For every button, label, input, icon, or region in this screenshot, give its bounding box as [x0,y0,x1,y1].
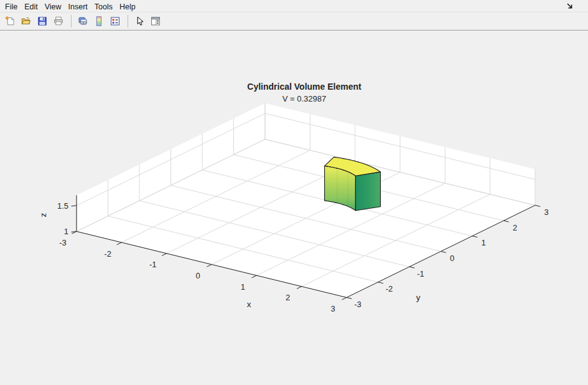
svg-text:1: 1 [241,282,245,292]
menu-item-view[interactable]: View [42,2,65,12]
colorbar-icon [93,16,105,27]
svg-text:3: 3 [544,207,548,217]
svg-text:-2: -2 [386,284,393,293]
print-figure-icon [53,16,64,27]
print-figure-button[interactable] [51,14,66,29]
svg-text:2: 2 [513,223,517,232]
svg-text:-3: -3 [59,238,67,247]
menu-item-insert[interactable]: Insert [65,2,91,12]
new-figure-icon [4,16,16,27]
tick-labels: -3-2-10123-3-2-1012311.5 [57,201,549,314]
svg-text:-3: -3 [354,300,362,309]
menu-item-help[interactable]: Help [116,2,139,12]
menu-bar: FileEditViewInsertToolsHelp [0,0,588,12]
axes-walls [77,103,535,297]
y-axis [347,206,535,298]
svg-text:0: 0 [195,271,200,280]
save-figure-button[interactable] [35,14,50,29]
axis-labels: xyz [39,212,421,309]
property-panel-button[interactable] [148,14,163,29]
toolbar-separator [128,15,128,27]
wedge-inner-face [325,166,356,211]
wedge-radial-face [355,172,380,211]
svg-text:2: 2 [286,293,290,302]
pointer-icon [134,16,145,27]
z-axis-label: z [39,212,48,217]
grid-lines [77,103,535,297]
toolbar-separator [71,15,72,27]
svg-text:-1: -1 [417,269,424,278]
menu-item-tools[interactable]: Tools [91,2,116,12]
new-figure-button[interactable] [2,14,17,29]
open-figure-icon [21,16,32,27]
menu-items: FileEditViewInsertToolsHelp [2,1,139,12]
save-figure-icon [37,16,48,27]
svg-text:1: 1 [64,227,68,236]
toolbar [0,12,588,31]
colorbar-button[interactable] [91,14,106,29]
y-axis-label: y [416,293,421,302]
property-panel-icon [150,16,161,27]
svg-text:0: 0 [450,254,454,263]
axis-lines [72,195,541,300]
wedge-top-face [325,157,381,176]
copy-figure-icon [77,16,88,27]
svg-text:-2: -2 [105,249,112,259]
copy-figure-button[interactable] [75,14,90,29]
legend-button[interactable] [108,14,123,29]
svg-text:3: 3 [330,304,335,313]
x-axis-label: x [247,300,251,309]
menu-overflow-button[interactable] [566,1,574,10]
menu-item-edit[interactable]: Edit [21,2,41,12]
svg-text:1: 1 [481,238,485,247]
open-figure-button[interactable] [19,14,34,29]
menu-item-file[interactable]: File [2,2,21,12]
legend-icon [110,16,121,27]
plot-title: Cylindrical Volume Element [247,82,361,92]
x-axis [77,232,347,298]
dock-arrow-icon [566,1,574,10]
volume-element [325,157,381,211]
plot-subtitle: V = 0.32987 [282,94,326,103]
svg-text:1.5: 1.5 [57,201,68,211]
pointer-button[interactable] [132,14,147,29]
figure-canvas: Cylindrical Volume Element V = 0.32987 -… [0,31,588,385]
figure-window: FileEditViewInsertToolsHelp [0,0,588,385]
svg-text:-1: -1 [149,260,157,269]
